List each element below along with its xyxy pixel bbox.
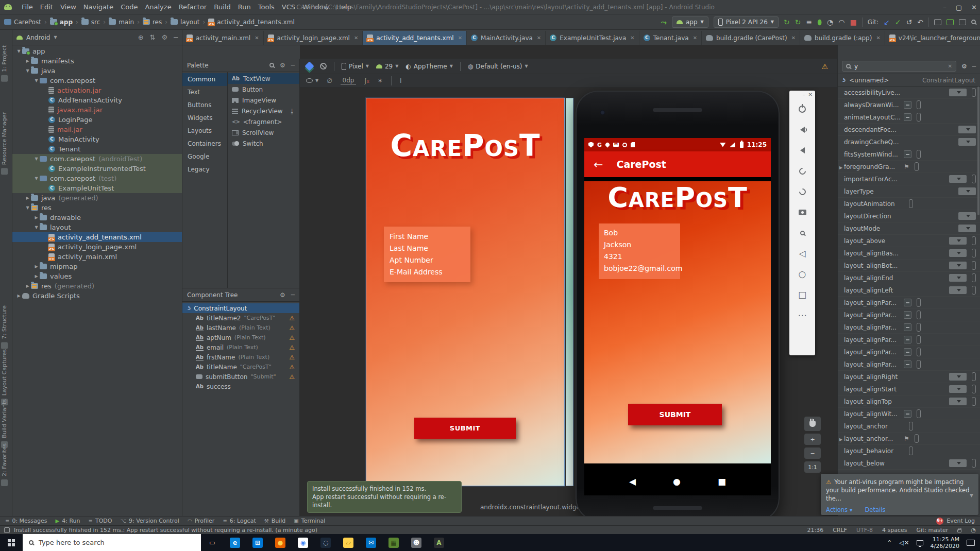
tab-close-icon[interactable]: ✕ — [693, 35, 697, 41]
pick-resource-control[interactable] — [915, 434, 919, 443]
breadcrumb-src[interactable]: src — [81, 19, 100, 26]
attribute-row-layout-alignpar-[interactable]: layout_alignPar... — [838, 297, 980, 309]
attribute-row-layout-anchor[interactable]: layout_anchor — [838, 420, 980, 433]
flag-icon[interactable]: ⚑ — [904, 435, 909, 442]
palette-category-google[interactable]: Google — [182, 150, 227, 163]
component-email[interactable]: Abemail(Plain Text)⚠ — [182, 342, 299, 352]
memory-indicator-icon[interactable]: ◔ — [971, 527, 976, 533]
attribute-row-drawingcacheq-[interactable]: drawingCacheQ... — [838, 136, 980, 148]
tree-item-res[interactable]: ▼res — [12, 203, 182, 213]
pick-resource-control[interactable] — [972, 236, 976, 245]
attribute-row-foregroundgra-[interactable]: ▶foregroundGra...⚑ — [838, 161, 980, 173]
default-margin-field[interactable]: 0dp — [341, 77, 357, 84]
tab-close-icon[interactable]: ✕ — [354, 35, 358, 41]
tree-item-loginpage[interactable]: CLoginPage — [12, 115, 182, 125]
minimize-button[interactable]: – — [943, 4, 947, 11]
pick-resource-control[interactable] — [972, 397, 976, 406]
palette-category-layouts[interactable]: Layouts — [182, 125, 227, 137]
back-arrow-icon[interactable]: ← — [594, 158, 603, 171]
tree-item-mipmap[interactable]: ▶mipmap — [12, 262, 182, 271]
attribute-row-layoutdirection[interactable]: layoutDirection — [838, 210, 980, 222]
tab-close-icon[interactable]: ✕ — [791, 35, 796, 41]
breadcrumb-CarePost[interactable]: CarePost — [4, 19, 41, 26]
tree-item-javax-mail-jar[interactable]: javax.mail.jar — [12, 105, 182, 115]
tree-arrow-icon[interactable]: ▶ — [33, 264, 40, 269]
palette-gear-icon[interactable]: ⚙ — [280, 62, 285, 69]
volume-muted-icon[interactable]: ◁✕ — [899, 539, 909, 546]
menu-view[interactable]: View — [57, 3, 80, 11]
checkbox-control[interactable] — [904, 113, 911, 121]
pick-resource-control[interactable] — [972, 372, 976, 381]
zoom-icon[interactable] — [789, 222, 815, 243]
component-tree-gear-icon[interactable]: ⚙ — [280, 291, 285, 299]
tree-arrow-icon[interactable]: ▼ — [33, 157, 40, 161]
tab-exampleunittest-java[interactable]: CExampleUnitTest.java✕ — [546, 31, 639, 45]
breadcrumb-res[interactable]: res — [143, 19, 162, 26]
start-button[interactable] — [0, 534, 23, 551]
lock-icon[interactable] — [957, 529, 961, 532]
taskbar-icon-steam[interactable]: ◌ — [314, 534, 337, 551]
sdk-manager-icon[interactable] — [959, 19, 966, 25]
checkbox-control[interactable] — [904, 323, 911, 331]
locate-file-icon[interactable]: ⊕ — [138, 33, 144, 41]
coverage-icon[interactable]: ◔ — [827, 19, 833, 26]
pick-resource-control[interactable] — [972, 273, 976, 282]
autoconnect-icon[interactable]: ∅ — [327, 77, 332, 84]
tree-item-layout[interactable]: ▼layout — [12, 222, 182, 232]
tree-item-gradle-scripts[interactable]: ▶Gradle Scripts — [12, 291, 182, 301]
taskbar-icon-people[interactable]: ☻ — [405, 534, 428, 551]
attributes-search-input[interactable]: y ✕ — [842, 61, 956, 72]
emulator-screen[interactable]: G 11:25 ← CarePost CAREPOST BobJackson43… — [584, 138, 771, 495]
rotate-left-icon[interactable] — [789, 161, 815, 181]
toolwindow-4-run[interactable]: ▶4: Run — [56, 518, 80, 524]
tree-arrow-icon[interactable]: ▶ — [33, 274, 40, 279]
tree-arrow-icon[interactable]: ▶ — [24, 196, 31, 200]
dropdown-control[interactable] — [958, 126, 976, 133]
taskbar-clock[interactable]: 11:25 AM 4/26/2020 — [931, 536, 959, 549]
component-tree-hide-icon[interactable]: ─ — [291, 291, 295, 299]
menu-run[interactable]: Run — [234, 3, 255, 11]
menu-analyze[interactable]: Analyze — [141, 3, 175, 11]
attribute-row-layout-alignbas-[interactable]: layout_alignBas... — [838, 247, 980, 260]
attribute-row-layout-alignpar-[interactable]: layout_alignPar... — [838, 334, 980, 346]
checkbox-control[interactable] — [904, 336, 911, 343]
expand-notification-icon[interactable]: ▼ — [970, 491, 973, 500]
pick-resource-control[interactable] — [972, 249, 976, 257]
tab-tenant-java[interactable]: CTenant.java✕ — [639, 31, 702, 45]
palette-hide-icon[interactable]: ─ — [291, 62, 295, 69]
stop-icon[interactable]: ■ — [850, 19, 856, 26]
toolwindow-button--structure[interactable]: 7: Structure — [1, 305, 8, 349]
tab-v24-ic-launcher-foreground-xml[interactable]: v24\ic_launcher_foreground.xml✕ — [885, 31, 980, 45]
pick-resource-control[interactable] — [917, 311, 921, 319]
attribute-row-layout-alignbot-[interactable]: layout_alignBot... — [838, 260, 980, 272]
pick-resource-control[interactable] — [917, 150, 921, 159]
nav-back-icon[interactable]: ◀ — [629, 476, 636, 487]
taskbar-icon-android-studio[interactable]: A — [428, 534, 450, 551]
toolwindow-button-layout-captures[interactable]: Layout Captures — [1, 349, 8, 405]
tree-item-com-carepost[interactable]: ▼com.carepost(test) — [12, 174, 182, 183]
tree-item-com-carepost[interactable]: ▼com.carepost — [12, 76, 182, 85]
menu-edit[interactable]: Edit — [37, 3, 57, 11]
tab-close-icon[interactable]: ✕ — [537, 35, 541, 41]
pan-hand-icon[interactable] — [804, 417, 821, 431]
device-manager-icon[interactable] — [934, 19, 941, 25]
menu-code[interactable]: Code — [117, 3, 141, 11]
attribute-row-layout-anchor-[interactable]: ▶layout_anchor...⚑ — [838, 433, 980, 445]
clear-constraints-icon[interactable]: ʃx — [364, 77, 369, 84]
component-aptnum[interactable]: AbaptNum(Plain Text)⚠ — [182, 333, 299, 342]
palette-category-common[interactable]: Common — [182, 73, 227, 86]
checkbox-control[interactable] — [904, 101, 911, 109]
power-icon[interactable] — [789, 99, 815, 119]
tab-close-icon[interactable]: ✕ — [255, 35, 259, 41]
attribute-row-layout-alignright[interactable]: layout_alignRight — [838, 371, 980, 383]
palette-category-widgets[interactable]: Widgets — [182, 112, 227, 125]
dropdown-control[interactable] — [949, 286, 967, 294]
component-constraintlayout[interactable]: ʖConstraintLayout — [182, 303, 299, 313]
attribute-row-alwaysdrawnwi-[interactable]: alwaysDrawnWi... — [838, 99, 980, 111]
dropdown-control[interactable] — [958, 225, 976, 232]
design-field-label[interactable]: First Name — [390, 231, 470, 243]
tab-build-gradle-carepost-[interactable]: build.gradle (CarePost)✕ — [702, 31, 800, 45]
attribute-row-importantforac-[interactable]: importantForAc... — [838, 173, 980, 185]
component-frstname[interactable]: AbfrstName(Plain Text)⚠ — [182, 352, 299, 362]
tray-chevron-icon[interactable]: ⌃ — [887, 539, 892, 546]
